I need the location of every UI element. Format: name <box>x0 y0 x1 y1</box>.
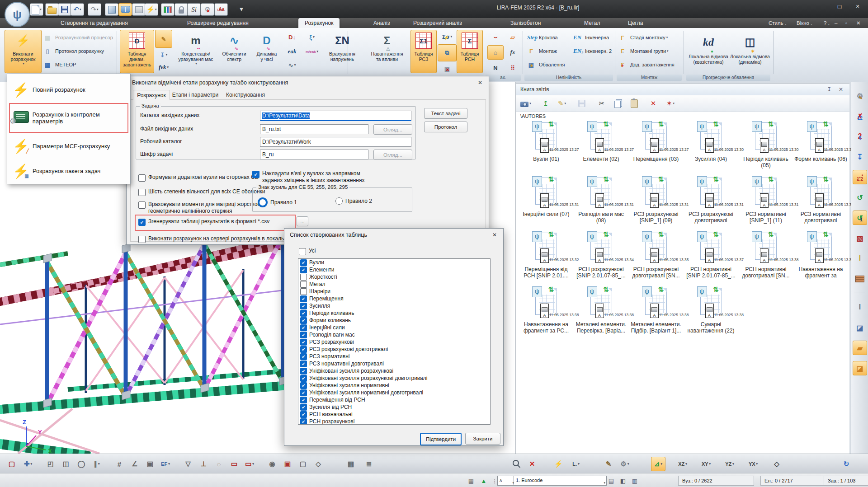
tab-8[interactable]: Цегла <box>622 18 649 28</box>
mass-down-button[interactable]: ↧▾ <box>155 49 172 61</box>
nl-slab-button[interactable]: ⌂ <box>487 45 504 60</box>
mass-condensation-button[interactable]: m••Конденсація/ урахування мас▾ <box>174 30 217 73</box>
strip-spline-icon[interactable]: ⋰1.2 <box>853 170 867 184</box>
child-window-control-1[interactable]: ▫ <box>845 18 847 28</box>
si-units-button[interactable]: Si <box>187 3 201 16</box>
list-item[interactable]: ✔Переміщення <box>298 295 490 302</box>
eak-button[interactable]: eak <box>283 45 301 58</box>
time-dynamics-button[interactable]: D∿Динаміка у часі <box>251 30 283 73</box>
projection-yx-button[interactable]: YX▾ <box>746 457 760 471</box>
copy-tables-button[interactable]: ⧉ <box>438 44 457 61</box>
snap-grid-button[interactable]: # <box>112 457 127 471</box>
list-item[interactable]: ✔Уніфіковані зусилля розрахункові довгот… <box>298 375 490 382</box>
report-file-tile[interactable]: ψ⇅A11.06.2025 13:34РСН розрахункові [SNI… <box>575 233 628 279</box>
tab-4[interactable]: Аналіз <box>367 18 396 28</box>
strip-rotate1-icon[interactable]: ↺1 <box>853 211 867 225</box>
list-item[interactable]: ✔Уніфіковані зусилля нормативні <box>298 382 490 389</box>
checkbox-box[interactable]: ✔ <box>300 259 307 266</box>
report-file-tile[interactable]: ψ⇅A11.06.2025 13:27Переміщення (03) <box>629 122 683 162</box>
report-file-tile[interactable]: ψ⇅A11.06.2025 13:31РСЗ нормативні довгот… <box>794 178 848 224</box>
checkbox-box[interactable] <box>138 236 146 243</box>
menu-style[interactable]: Стиль ⌄ <box>769 18 787 28</box>
local-failure-dynamic-button[interactable]: ◫✶Локальна відмова (динаміка) <box>730 30 770 73</box>
loads-impacts-button[interactable]: Σ△Навантаження та впливи <box>364 30 410 73</box>
checkbox-box[interactable]: ✔ <box>300 353 307 360</box>
local-failure-static-button[interactable]: kd●Локальна відмова (квазістатика) <box>688 30 729 73</box>
maximize-button[interactable]: ▢ <box>832 2 847 11</box>
checkbox-box[interactable]: ✔ <box>300 317 307 324</box>
dynamic-loads-table-button[interactable]: DТаблиця динам. завантажень <box>120 30 154 73</box>
report-cut-button[interactable]: ✂ <box>595 97 608 110</box>
nl-n-button[interactable]: N <box>487 61 504 75</box>
qat-more-button[interactable]: ▾ <box>235 3 248 15</box>
report-file-tile[interactable]: ψ⇅A11.06.2025 13:31Розподіл ваги мас (08… <box>575 178 628 224</box>
dropdown-arrow-icon[interactable]: ▾ <box>451 35 453 38</box>
list-item[interactable]: ✔РСН визначальні <box>298 411 490 418</box>
dropdown-arrow-icon[interactable]: ▾ <box>31 462 33 466</box>
checkbox-box[interactable]: ✔ <box>300 404 307 411</box>
report-file-tile[interactable]: ψ⇅A11.06.2025 13:35РСН розрахункові довг… <box>629 233 683 279</box>
undo-button[interactable]: ↶▾ <box>71 3 84 16</box>
ellipse-select-button[interactable]: ◯ <box>74 457 89 471</box>
list-item[interactable]: ✔Вузли <box>298 259 490 266</box>
status-half-icon[interactable]: ◧ <box>618 476 628 485</box>
list-item[interactable]: ✔РСЗ розрахункові довготривалі <box>298 346 490 353</box>
dropdown-arrow-icon[interactable]: ▾ <box>709 462 711 466</box>
strip-steel-beam-icon[interactable]: I <box>853 251 867 266</box>
dropdown-arrow-icon[interactable]: ▾ <box>578 462 580 466</box>
tab-2[interactable]: Розширене редагування <box>181 18 255 28</box>
menu-full-analysis[interactable]: ⚡Повний розрахунок <box>9 78 127 101</box>
checkbox-box[interactable] <box>138 201 146 209</box>
checkbox-box[interactable]: ✔ <box>300 324 307 331</box>
checkbox-box[interactable]: ✔ <box>300 303 307 309</box>
nl-support-button[interactable]: ⌣ <box>487 30 504 44</box>
properties-button[interactable]: ≣ <box>362 457 376 471</box>
en-engineering2-button[interactable]: EN₂Інженерн. 2 <box>573 45 611 57</box>
load-frame-button[interactable]: ▭▾ <box>242 457 257 471</box>
checkbox-box[interactable]: ✔ <box>300 332 307 338</box>
fit-view-button[interactable]: ◰ <box>43 457 58 471</box>
list-item[interactable]: ✔Форми коливань <box>298 317 490 324</box>
calc-protocol-button[interactable]: ▯Протокол розрахунку <box>43 45 117 57</box>
mirror-copy-button[interactable]: ∥▾ <box>90 457 104 471</box>
strip-brick-icon[interactable] <box>853 272 867 286</box>
units-combo[interactable]: ᴀ▾ <box>497 476 515 486</box>
task-text-button[interactable]: Текст задачі <box>424 108 467 119</box>
checkbox-left-3[interactable]: Враховувати моменти для матриці жорсткос… <box>138 201 264 215</box>
strip-rotate-icon[interactable]: ↺ <box>853 190 867 205</box>
status-rows-icon[interactable]: ▥ <box>629 476 640 485</box>
report-file-tile[interactable]: ψ⇅A11.06.2025 13:30Форми коливань (06) <box>794 122 848 162</box>
tab-3[interactable]: Розрахунок <box>298 18 340 28</box>
list-item[interactable]: ✔Уніфіковані зусилля розрахункові <box>298 367 490 375</box>
tab-7[interactable]: Метал <box>578 18 606 28</box>
protocol-button[interactable]: Протокол <box>424 122 467 132</box>
stepwise-button[interactable]: StepКрокова <box>527 32 572 43</box>
group-select-button[interactable]: ◇ <box>311 457 326 471</box>
dropdown-arrow-icon[interactable]: ▾ <box>80 8 81 11</box>
confirm-button[interactable]: Підтвердити <box>420 433 462 445</box>
nl-polygon-button[interactable]: ▱ <box>505 30 521 44</box>
checkbox-box[interactable]: ✔ <box>300 310 307 317</box>
sigma-flash-button[interactable]: Σσ⚡▾ <box>438 30 457 43</box>
status-grid-icon[interactable]: ▤ <box>606 476 617 485</box>
menu-fem-parameters[interactable]: ⚡╱Параметри МСЕ-розрахунку <box>9 134 127 158</box>
chevron-down-icon[interactable]: ▾ <box>604 479 605 487</box>
delete-table-button[interactable]: ▦✕ <box>438 62 457 75</box>
dropdown-arrow-icon[interactable]: ▾ <box>155 8 157 11</box>
status-up-icon[interactable]: ▲ <box>478 476 489 485</box>
close-list-button[interactable]: Закрити <box>465 433 500 445</box>
report-file-tile[interactable]: ψ⇅A11.06.2025 13:27Елементи (02) <box>575 122 628 162</box>
checkbox-box[interactable]: ✔ <box>300 389 307 396</box>
dialog-close-icon[interactable]: ✕ <box>488 230 501 239</box>
strip-render-a-icon[interactable]: ▰ <box>853 341 867 355</box>
edit-pencil-button[interactable]: ✎ <box>601 457 616 471</box>
color-scale-button[interactable] <box>161 3 175 16</box>
checkbox-box[interactable]: ✔ <box>300 382 307 389</box>
checkbox-box[interactable]: ✔ <box>300 346 307 353</box>
strip-settings-icon[interactable]: ⚙✎ <box>853 89 867 103</box>
checkbox-box[interactable] <box>300 274 307 281</box>
save-model-button[interactable] <box>58 3 71 16</box>
montage-stages-button[interactable]: ΓСтадії монтажу▾ <box>618 32 681 43</box>
spring-damper-button[interactable]: ∿▾ <box>283 59 301 71</box>
zoom-in-button[interactable] <box>509 457 524 471</box>
